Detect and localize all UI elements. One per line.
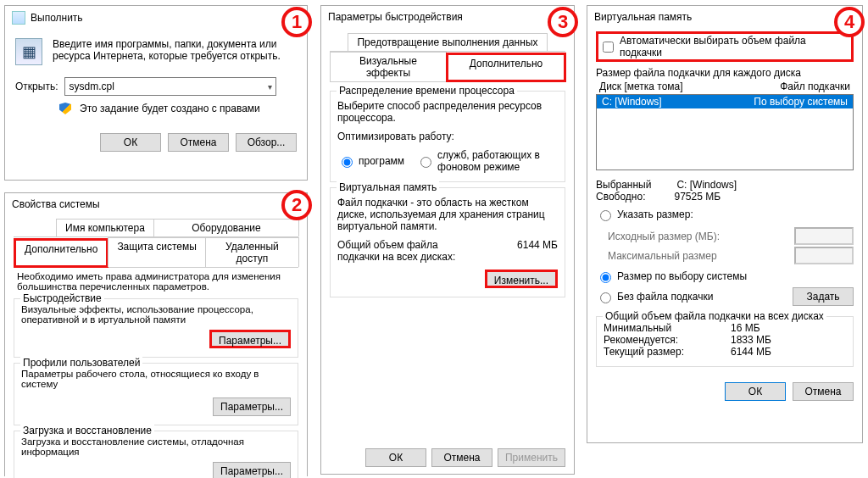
sysprop-dialog: Свойства системы Имя компьютера Оборудов… — [4, 192, 308, 476]
perf-group-desc: Визуальные эффекты, использование процес… — [21, 304, 291, 325]
selected-row: Выбранный C: [Windows] — [596, 179, 854, 191]
tab-advanced[interactable]: Дополнительно — [14, 238, 108, 268]
open-value: sysdm.cpl — [69, 81, 114, 92]
vm-ok-button[interactable]: ОК — [725, 382, 786, 401]
sysprop-tabstrip: Имя компьютера Оборудование — [14, 219, 298, 237]
vm-total-row: Общий объем файла подкачки на всех диска… — [337, 239, 558, 263]
run-titlebar: Выполнить — [5, 6, 307, 28]
opt-programs-radio[interactable]: программ — [337, 154, 404, 168]
tab-remote[interactable]: Удаленный доступ — [205, 237, 299, 267]
max-input — [794, 247, 854, 264]
run-desc: Введите имя программы, папки, документа … — [53, 38, 297, 65]
min-label: Минимальный — [604, 322, 697, 334]
totals-group: Общий объем файла подкачки на всех диска… — [596, 316, 854, 367]
system-size-radio[interactable]: Размер по выбору системы — [596, 270, 747, 283]
run-app-icon: ▦ — [15, 38, 42, 65]
perf-title: Параметры быстродействия — [328, 11, 463, 23]
free-row: Свободно: 97525 МБ — [596, 191, 854, 203]
perf-cancel-button[interactable]: Отмена — [431, 448, 492, 467]
vm-change-button[interactable]: Изменить... — [485, 270, 558, 288]
startup-params-button[interactable]: Параметры... — [213, 462, 291, 478]
run-buttons: ОК Отмена Обзор... — [5, 114, 307, 152]
opt-services-radio[interactable]: служб, работающих в фоновом режиме — [416, 149, 558, 173]
run-browse-button[interactable]: Обзор... — [236, 133, 297, 152]
step-badge-2: 2 — [281, 190, 312, 220]
tab-visual[interactable]: Визуальные эффекты — [330, 52, 447, 81]
drive-list-header: Диск [метка тома] Файл подкачки — [596, 79, 854, 94]
run-open-row: Открыть: sysdm.cpl ▾ — [5, 69, 307, 96]
tab-computer-name[interactable]: Имя компьютера — [56, 219, 154, 236]
perf-buttons: ОК Отмена Применить — [365, 448, 565, 467]
init-input — [794, 227, 854, 245]
shield-icon — [59, 103, 71, 114]
open-combo[interactable]: sysdm.cpl ▾ — [64, 77, 276, 96]
step-badge-4: 4 — [834, 7, 865, 37]
tab-dep[interactable]: Предотвращение выполнения данных — [348, 33, 547, 51]
drive-listbox[interactable]: C: [Windows] По выбору системы — [596, 94, 854, 170]
vm-buttons: ОК Отмена — [596, 382, 854, 401]
vm-dialog: Виртуальная память Автоматически выбират… — [587, 5, 863, 443]
col-page: Файл подкачки — [780, 81, 850, 92]
vm-cancel-button[interactable]: Отмена — [793, 382, 854, 401]
checkbox-icon — [603, 42, 614, 53]
drive-row-c[interactable]: C: [Windows] По выбору системы — [597, 95, 853, 108]
run-cancel-button[interactable]: Отмена — [168, 133, 229, 152]
perf-tabstrip: Визуальные эффекты Дополнительно — [330, 52, 565, 82]
sysprop-title: Свойства системы — [12, 198, 100, 210]
tab-hardware[interactable]: Оборудование — [153, 219, 299, 236]
run-title: Выполнить — [31, 12, 83, 24]
sysprop-tabs-wrap: Имя компьютера Оборудование Дополнительн… — [5, 214, 307, 268]
perf-ok-button[interactable]: ОК — [365, 448, 426, 467]
selected-value: C: [Windows] — [676, 179, 737, 191]
tab-perf-advanced[interactable]: Дополнительно — [446, 53, 566, 82]
run-ok-button[interactable]: ОК — [100, 133, 161, 152]
vm-summary-group: Виртуальная память Файл подкачки - это о… — [330, 187, 565, 297]
step-badge-3: 3 — [548, 7, 578, 37]
init-label: Исходный размер (МБ): — [608, 231, 720, 242]
perf-tabs-wrap: Предотвращение выполнения данных Визуаль… — [321, 26, 574, 82]
set-button[interactable]: Задать — [793, 287, 854, 306]
profiles-title: Профили пользователей — [20, 357, 142, 369]
col-drive: Диск [метка тома] — [599, 81, 683, 92]
profiles-group: Профили пользователей Параметры рабочего… — [14, 363, 298, 425]
sched-title: Распределение времени процессора — [337, 85, 517, 97]
drive-page: По выбору системы — [754, 96, 848, 108]
auto-manage-check[interactable]: Автоматически выбирать объем файла подка… — [596, 31, 854, 62]
perf-params-button[interactable]: Параметры... — [209, 330, 291, 348]
vm-dialog-title: Виртуальная память — [594, 11, 692, 23]
perf-apply-button[interactable]: Применить — [498, 448, 565, 467]
cur-label: Текущий размер: — [604, 346, 697, 358]
perf-titlebar: Параметры быстродействия — [321, 6, 574, 26]
radio-icon — [600, 292, 611, 303]
drive-label: C: [Windows] — [602, 96, 662, 108]
tab-protection[interactable]: Защита системы — [108, 237, 205, 267]
radio-icon — [600, 272, 611, 283]
opt-label: Оптимизировать работу: — [337, 131, 558, 142]
max-row: Максимальный размер — [608, 247, 854, 264]
totals-title: Общий объем файла подкачки на всех диска… — [603, 310, 826, 322]
opt-row: программ служб, работающих в фоновом реж… — [337, 149, 558, 173]
profiles-params-button[interactable]: Параметры... — [213, 397, 291, 416]
vm-total-value: 6144 МБ — [517, 239, 558, 251]
admin-note: Это задание будет создано с правами — [80, 103, 260, 114]
run-dialog: Выполнить ▦ Введите имя программы, папки… — [4, 5, 308, 181]
no-page-radio[interactable]: Без файла подкачки — [596, 290, 713, 303]
vm-total-label: Общий объем файла подкачки на всех диска… — [337, 239, 481, 263]
max-label: Максимальный размер — [608, 250, 717, 262]
init-row: Исходный размер (МБ): — [608, 227, 854, 245]
custom-size-radio[interactable]: Указать размер: — [596, 208, 693, 221]
radio-icon — [342, 157, 353, 168]
profiles-desc: Параметры рабочего стола, относящиеся ко… — [21, 369, 291, 389]
sysprop-admin-note: Необходимо иметь права администратора дл… — [5, 268, 307, 292]
startup-group: Загрузка и восстановление Загрузка и вос… — [14, 431, 298, 478]
perf-dialog: Параметры быстродействия Предотвращение … — [320, 5, 575, 475]
sysprop-tabstrip-2: Дополнительно Защита системы Удаленный д… — [14, 237, 298, 268]
chevron-down-icon: ▾ — [268, 82, 272, 92]
sched-group: Распределение времени процессора Выберит… — [330, 91, 565, 182]
radio-icon — [420, 157, 431, 168]
run-admin-row: Это задание будет создано с правами — [5, 96, 307, 114]
min-value: 16 МБ — [731, 322, 760, 334]
radio-icon — [600, 210, 611, 221]
vm-body: Автоматически выбирать объем файла подка… — [587, 26, 862, 401]
selected-label: Выбранный — [596, 179, 651, 191]
